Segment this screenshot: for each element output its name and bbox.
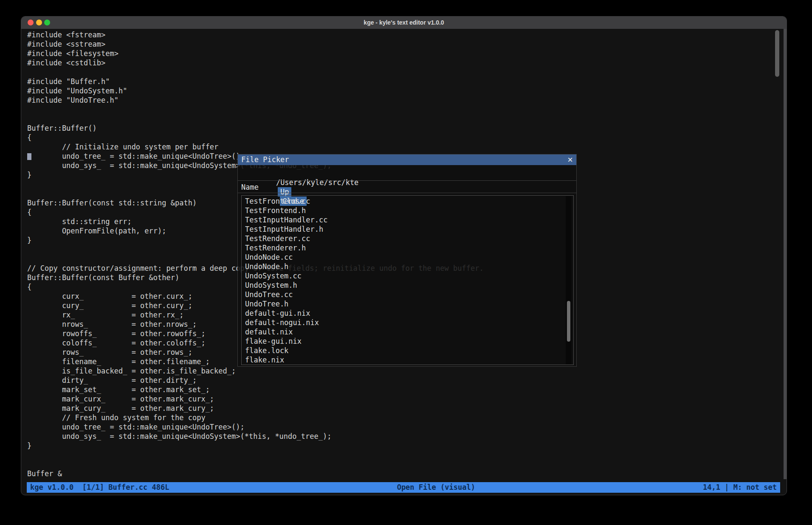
editor-scrollbar-track[interactable] [784,29,787,479]
file-item[interactable]: UndoTree.cc [242,290,573,299]
file-item[interactable]: flake.nix [242,355,573,365]
file-item[interactable]: flake-gui.nix [242,337,573,346]
file-picker-title: File Picker [241,155,289,164]
window-titlebar: kge - kyle's text editor v1.0.0 [21,17,787,29]
desktop: kge - kyle's text editor v1.0.0 #include… [0,0,812,525]
file-item[interactable]: UndoSystem.h [242,281,573,290]
editor-scrollbar-thumb[interactable] [775,30,779,77]
file-picker-titlebar: File Picker × [238,154,576,165]
window-title: kge - kyle's text editor v1.0.0 [21,17,787,29]
list-scrollbar-thumb[interactable] [567,301,570,342]
column-header-name: Name [241,182,259,192]
file-item[interactable]: UndoSystem.cc [242,271,573,281]
status-cursor-info: 14,1 | M: not set [703,482,777,493]
separator [238,193,576,193]
status-mode: Open File (visual) [169,482,703,493]
editor-window: kge - kyle's text editor v1.0.0 #include… [21,16,787,495]
file-list: TestFrontend.ccTestFrontend.hTestInputHa… [241,195,574,365]
separator [238,180,576,181]
status-bar: kge v1.0.0 [1/1] Buffer.cc 486L Open Fil… [27,482,780,493]
file-item[interactable]: UndoNode.h [242,262,573,271]
file-item[interactable]: TestFrontend.cc [242,197,573,206]
current-path: /Users/kyle/src/kte [276,178,358,187]
file-item[interactable]: default.nix [242,327,573,337]
file-item[interactable]: TestRenderer.cc [242,234,573,243]
text-cursor [27,153,31,160]
file-item[interactable]: TestRenderer.h [242,243,573,253]
file-picker-dialog: File Picker × /Users/kyle/src/kte Up Clo… [237,154,577,367]
close-icon[interactable]: × [567,154,573,165]
file-item[interactable]: TestInputHandler.cc [242,215,573,225]
file-item[interactable]: flake.lock [242,346,573,355]
file-item[interactable]: TestInputHandler.h [242,225,573,234]
file-item[interactable]: default-gui.nix [242,309,573,318]
status-left: kge v1.0.0 [1/1] Buffer.cc 486L [30,482,169,493]
file-item[interactable]: TestFrontend.h [242,206,573,215]
path-row: /Users/kyle/src/kte Up Close [241,168,358,178]
file-item[interactable]: UndoTree.h [242,299,573,309]
file-item[interactable]: UndoNode.cc [242,253,573,262]
file-item[interactable]: default-nogui.nix [242,318,573,327]
